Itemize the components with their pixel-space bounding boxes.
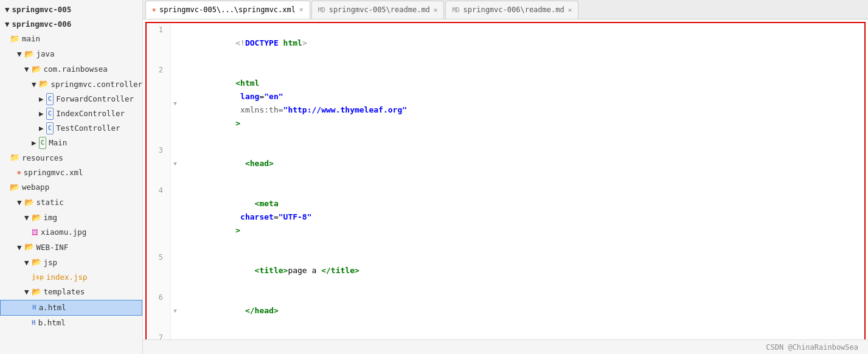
tab-label: springmvc-005\readme.md [329,5,430,14]
tab-label: springmvc-005\...\springmvc.xml [159,5,296,14]
sidebar-item-springmvc-xml[interactable]: ✱ springmvc.xml [0,165,142,180]
sidebar-item-springmvc006[interactable]: ▼ springmvc-006 [0,17,142,32]
status-bar: CSDN @ChinaRainbowSea [143,339,868,354]
arrow-icon: ▶ [39,122,44,134]
tab-springmvc-xml[interactable]: ✱ springmvc-005\...\springmvc.xml ✕ [145,1,310,19]
folder-icon: 📂 [32,212,41,224]
folder-icon: 📁 [10,33,19,46]
code-line-3: 3 ▼ <head> [147,144,864,184]
sidebar-item-forward-controller[interactable]: ▶ C ForwardController [0,92,142,106]
main-content: ✱ springmvc-005\...\springmvc.xml ✕ MD s… [143,0,868,354]
arrow-icon: ▼ [24,257,29,269]
tab-springmvc005-readme[interactable]: MD springmvc-005\readme.md ✕ [311,1,445,19]
line-number-7: 7 [147,331,171,339]
line-content-2[interactable]: <html lang="en" xmlns:th="http://www.thy… [179,63,864,144]
arrow-icon: ▼ [5,18,10,30]
line-content-6[interactable]: </head> [179,291,864,331]
code-line-7: 7 ▼ <body> [147,331,864,339]
sidebar-item-main[interactable]: 📁 main [0,32,142,47]
sidebar-item-a-html[interactable]: H a.html [0,300,142,316]
java-icon: C [46,122,54,134]
sidebar-item-xiaomu-jpg[interactable]: 🖼 xiaomu.jpg [0,225,142,240]
java-icon: C [46,108,54,120]
sidebar-item-webinf[interactable]: ▼ 📂 WEB-INF [0,240,142,255]
arrow-icon: ▼ [24,212,29,224]
folder-icon: 📂 [32,63,41,76]
html-icon: H [32,302,36,313]
sidebar-item-com-rainbowsea[interactable]: ▼ 📂 com.rainbowsea [0,62,142,77]
sidebar-item-templates[interactable]: ▼ 📂 templates [0,285,142,300]
jsp-icon: jsp [32,272,44,283]
arrow-icon: ▼ [17,196,22,209]
sidebar-item-springmvc005[interactable]: ▼ springmvc-005 [0,2,142,17]
arrow-icon: ▼ [24,286,29,298]
sidebar-item-springmvc-controller[interactable]: ▼ 📂 springmvc.controller [0,77,142,92]
xml-tab-icon: ✱ [152,6,156,13]
folder-icon: 📂 [32,256,41,269]
sidebar-item-index-controller[interactable]: ▶ C IndexController [0,106,142,121]
sidebar-item-webapp[interactable]: 📂 webapp [0,180,142,195]
arrow-icon: ▶ [39,93,44,105]
folder-icon: 📂 [32,286,41,299]
sidebar-item-b-html[interactable]: H b.html [0,316,142,330]
line-number-3: 3 [147,144,171,184]
line-content-4[interactable]: <meta charset="UTF-8" > [179,184,864,251]
tab-close-md1[interactable]: ✕ [434,6,438,14]
java-icon: C [46,93,54,105]
code-line-1: 1 <!DOCTYPE html> [147,23,864,63]
sidebar-item-jsp[interactable]: ▼ 📂 jsp [0,255,142,270]
tab-label: springmvc-006\readme.md [464,5,564,14]
tab-close-md2[interactable]: ✕ [568,6,572,14]
folder-icon: 📁 [10,151,19,164]
arrow-icon: ▶ [32,137,36,149]
file-tree[interactable]: ▼ springmvc-005 ▼ springmvc-006 📁 main ▼… [0,0,143,354]
folder-icon: 📂 [10,181,19,194]
md-tab-icon: MD [318,7,325,13]
sidebar-item-index-jsp[interactable]: jsp index.jsp [0,270,142,285]
arrow-icon: ▼ [5,4,10,16]
sidebar-item-java[interactable]: ▼ 📂 java [0,47,142,62]
sidebar-item-img[interactable]: ▼ 📂 img [0,210,142,226]
sidebar-item-static[interactable]: ▼ 📂 static [0,195,142,210]
code-line-5: 5 <title>page a </title> [147,251,864,291]
arrow-icon: ▼ [17,241,22,254]
html-icon: H [32,318,36,328]
line-content-3[interactable]: <head> [179,144,864,184]
img-icon: 🖼 [32,227,38,238]
line-number-4: 4 [147,184,171,251]
arrow-icon: ▼ [24,63,29,75]
folder-icon: 📂 [24,241,34,254]
tab-close-xml[interactable]: ✕ [299,5,304,13]
watermark-text: CSDN @ChinaRainbowSea [766,343,858,352]
code-line-6: 6 ▼ </head> [147,291,864,331]
arrow-icon: ▼ [17,48,22,60]
editor-content: 1 <!DOCTYPE html> 2 ▼ <html lang="en" xm… [145,22,866,339]
folder-icon: 📂 [39,78,49,91]
java-icon: C [39,137,47,149]
arrow-icon: ▶ [39,108,44,120]
md-tab-icon: MD [452,7,459,13]
code-editor[interactable]: 1 <!DOCTYPE html> 2 ▼ <html lang="en" xm… [143,19,868,339]
line-number-2: 2 [147,63,171,144]
sidebar-item-test-controller[interactable]: ▶ C TestController [0,121,142,136]
line-number-5: 5 [147,251,171,291]
folder-icon: 📂 [24,196,34,209]
sidebar-item-main-class[interactable]: ▶ C Main [0,136,142,150]
xml-icon: ✱ [17,167,21,178]
code-line-2: 2 ▼ <html lang="en" xmlns:th="http://www… [147,63,864,144]
sidebar-item-resources[interactable]: 📁 resources [0,150,142,165]
line-content-7[interactable]: <body> [179,331,864,339]
tab-bar: ✱ springmvc-005\...\springmvc.xml ✕ MD s… [143,0,868,19]
line-content-1[interactable]: <!DOCTYPE html> [179,23,864,63]
code-line-4: 4 <meta charset="UTF-8" > [147,184,864,251]
line-content-5[interactable]: <title>page a </title> [179,251,864,291]
line-number-1: 1 [147,23,171,63]
tab-springmvc006-readme[interactable]: MD springmvc-006\readme.md ✕ [445,1,578,19]
folder-icon-blue: 📂 [24,48,34,61]
arrow-icon: ▼ [32,78,36,91]
line-number-6: 6 [147,291,171,331]
